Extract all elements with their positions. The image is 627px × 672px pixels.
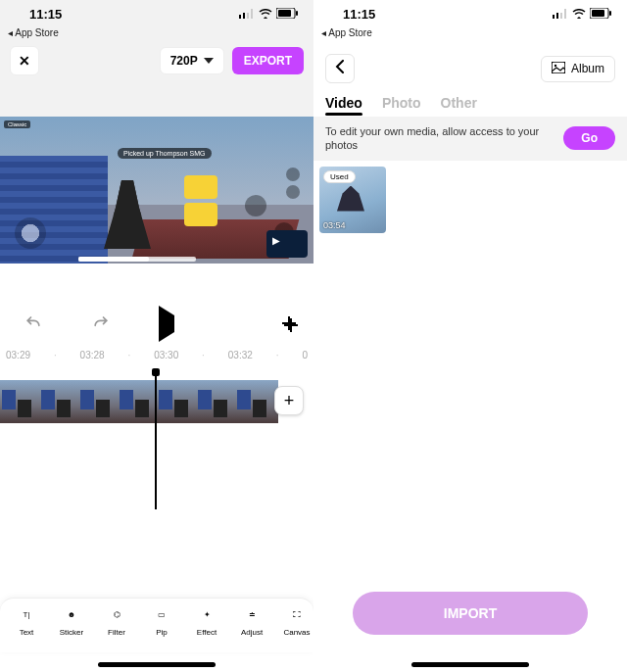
tab-photo[interactable]: Photo (382, 95, 421, 111)
media-item[interactable]: Used 03:54 (319, 167, 386, 233)
status-icons (239, 7, 298, 22)
battery-icon (590, 7, 611, 22)
filter-icon: ⌬ (114, 604, 121, 624)
video-preview[interactable]: Classic Picked up Thompson SMG (0, 117, 314, 264)
pip-icon: ▭ (158, 604, 166, 624)
svg-rect-10 (564, 9, 566, 19)
clip-thumbnail[interactable] (78, 380, 118, 423)
clip-thumbnail[interactable] (0, 380, 39, 423)
clip-thumbnail[interactable] (157, 380, 196, 423)
tool-effect[interactable]: ✦ Effect (184, 604, 229, 652)
tool-label: Adjust (241, 628, 263, 637)
close-button[interactable]: ✕ (10, 46, 39, 75)
breadcrumb[interactable]: ◂ App Store (0, 27, 314, 42)
resolution-label: 720P (170, 54, 198, 68)
ruler-tick: 03:29 (6, 350, 30, 360)
resolution-button[interactable]: 720P (160, 47, 224, 74)
status-icons (553, 7, 611, 22)
tool-adjust[interactable]: ≐ Adjust (229, 604, 274, 652)
go-button[interactable]: Go (563, 126, 615, 150)
playhead[interactable] (155, 372, 157, 509)
tool-label: Pip (156, 628, 168, 637)
album-label: Album (571, 62, 604, 75)
transport-controls (0, 312, 314, 336)
timeline-ruler: 03:29 · 03:28 · 03:30 · 03:32 · 0 (0, 336, 314, 366)
breadcrumb[interactable]: ◂ App Store (314, 27, 627, 42)
add-clip-button[interactable]: + (274, 386, 304, 415)
tool-label: Canvas (283, 628, 310, 637)
home-indicator[interactable] (411, 662, 529, 667)
adjust-icon: ≐ (249, 604, 256, 624)
tool-text[interactable]: T| Text (4, 604, 49, 652)
svg-rect-2 (247, 13, 249, 19)
tab-other[interactable]: Other (441, 95, 477, 111)
editor-pane: 11:15 ◂ App Store ✕ 720P (0, 0, 314, 672)
tool-label: Effect (197, 628, 217, 637)
chevron-left-icon (335, 60, 345, 77)
album-button[interactable]: Album (541, 56, 615, 82)
media-grid: Used 03:54 (314, 161, 627, 239)
signal-icon (239, 7, 255, 22)
chevron-down-icon (204, 58, 214, 64)
tool-sticker[interactable]: ☻ Sticker (49, 604, 94, 652)
svg-rect-9 (560, 13, 562, 19)
ruler-tick: 0 (302, 350, 308, 360)
svg-rect-1 (243, 13, 245, 19)
wifi-icon (259, 7, 272, 22)
play-icon (159, 306, 174, 342)
ruler-tick: 03:30 (154, 350, 178, 360)
album-icon (552, 62, 565, 76)
clip-thumbnail[interactable] (196, 380, 235, 423)
svg-point-15 (555, 64, 556, 66)
effect-icon: ✦ (204, 604, 211, 624)
svg-rect-8 (556, 13, 558, 19)
play-button[interactable] (159, 315, 174, 333)
wifi-icon (572, 7, 586, 22)
timeline[interactable]: + (0, 380, 314, 423)
plus-icon: + (284, 391, 295, 411)
svg-rect-13 (609, 11, 611, 16)
permission-notice: To edit your own media, allow access to … (314, 117, 627, 161)
undo-button[interactable] (24, 312, 43, 336)
editor-toolbar: T| Text ☻ Sticker ⌬ Filter ▭ Pip ✦ Effec… (0, 598, 314, 652)
status-bar: 11:15 (0, 0, 314, 27)
export-button[interactable]: EXPORT (232, 47, 304, 74)
game-banner: Picked up Thompson SMG (118, 148, 212, 159)
import-button[interactable]: IMPORT (353, 592, 588, 635)
tab-video[interactable]: Video (325, 95, 362, 111)
close-icon: ✕ (19, 53, 30, 69)
status-bar: 11:15 (314, 0, 627, 27)
notice-text: To edit your own media, allow access to … (325, 124, 554, 153)
battery-icon (276, 7, 298, 22)
ruler-tick: 03:28 (80, 350, 105, 360)
text-icon: T| (24, 604, 30, 624)
clip-thumbnail[interactable] (118, 380, 157, 423)
svg-rect-6 (296, 11, 298, 16)
ruler-tick: 03:32 (228, 350, 253, 360)
tool-label: Filter (108, 628, 125, 637)
status-time: 11:15 (343, 7, 375, 22)
clip-row[interactable] (0, 380, 278, 423)
tool-label: Text (20, 628, 34, 637)
back-button[interactable] (325, 54, 355, 83)
media-picker-pane: 11:15 ◂ App Store Album Video (314, 0, 627, 672)
picker-top-bar: Album (314, 42, 627, 91)
tool-filter[interactable]: ⌬ Filter (94, 604, 139, 652)
game-hud-label: Classic (4, 120, 30, 128)
media-tabs: Video Photo Other (314, 91, 627, 117)
tool-pip[interactable]: ▭ Pip (139, 604, 184, 652)
status-time: 11:15 (29, 7, 62, 22)
tool-label: Sticker (60, 628, 83, 637)
clip-thumbnail[interactable] (39, 380, 78, 423)
svg-rect-0 (239, 15, 241, 19)
svg-rect-5 (278, 10, 291, 17)
canvas-icon: ⛶ (293, 604, 301, 624)
editor-top-bar: ✕ 720P EXPORT (0, 42, 314, 87)
used-badge: Used (323, 170, 356, 183)
media-duration: 03:54 (323, 220, 346, 230)
clip-thumbnail[interactable] (235, 380, 274, 423)
home-indicator[interactable] (98, 662, 216, 667)
sticker-icon: ☻ (68, 604, 75, 624)
svg-rect-3 (251, 9, 253, 19)
redo-button[interactable] (91, 312, 111, 336)
